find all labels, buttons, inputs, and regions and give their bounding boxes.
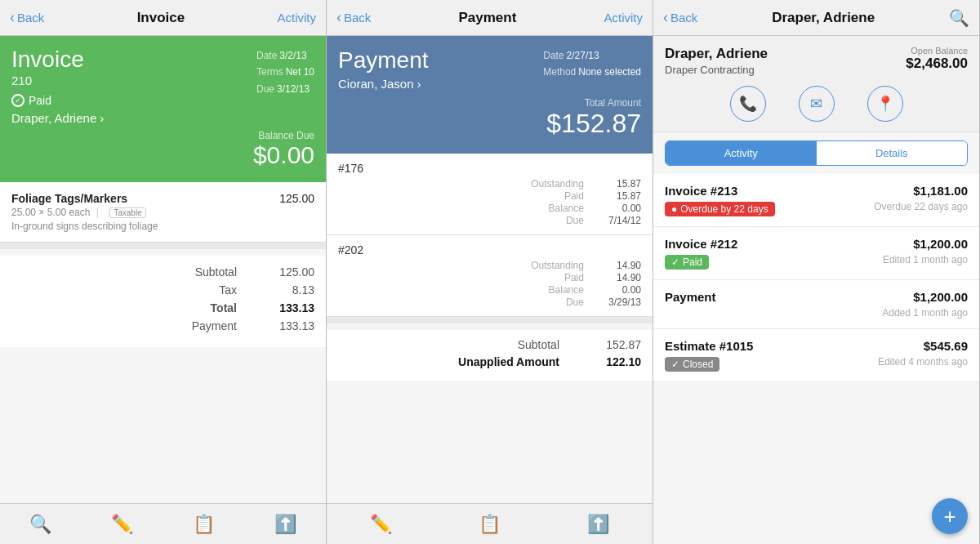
customer-nav: ‹ Back Draper, Adriene 🔍 xyxy=(653,0,979,36)
invoice-nav: ‹ Back Invoice Activity xyxy=(0,0,326,36)
payment-subtotals: Subtotal 152.87 Unapplied Amount 122.10 xyxy=(327,330,653,381)
outstanding-value-202: 14.90 xyxy=(608,260,641,271)
payment-activity-button[interactable]: Activity xyxy=(604,11,643,25)
estimate1015-date: Edited 4 months ago xyxy=(878,356,968,368)
invoice212-date: Edited 1 month ago xyxy=(883,254,968,265)
paid-label: Paid xyxy=(29,94,51,107)
search-tab-icon[interactable]: 🔍 xyxy=(29,514,51,535)
payment-panel: ‹ Back Payment Activity Payment Date2/27… xyxy=(327,0,653,544)
tax-value: 8.13 xyxy=(270,283,314,297)
payment-share-tab-icon[interactable]: ⬆️ xyxy=(587,514,609,535)
invoice-bottom-tabs: 🔍 ✏️ 📋 ⬆️ xyxy=(0,503,326,544)
invoice-title: Invoice xyxy=(137,10,185,26)
outstanding-value-176: 15.87 xyxy=(608,178,641,190)
paid-value-176: 15.87 xyxy=(608,190,641,202)
invoice-back-button[interactable]: ‹ Back xyxy=(10,11,44,25)
invoice-meta: Date3/2/13 TermsNet 10 Due3/12/13 xyxy=(256,47,314,97)
tab-details[interactable]: Details xyxy=(817,141,968,165)
customer-back-button[interactable]: ‹ Back xyxy=(663,11,697,25)
payment-date-label: Date xyxy=(543,50,564,61)
paid-label-202: Paid xyxy=(338,272,608,283)
payment-invoice-176: #176 Outstanding 15.87 Paid 15.87 Balanc… xyxy=(327,154,653,235)
paid-check-icon: ✓ xyxy=(11,94,24,107)
payment-back-label: Back xyxy=(344,11,371,25)
edit-tab-icon[interactable]: ✏️ xyxy=(111,514,133,535)
payment-back-button[interactable]: ‹ Back xyxy=(336,11,371,25)
line-item-desc: In-ground signs describing foliage xyxy=(11,221,158,232)
payment-row: Payment 133.13 xyxy=(11,319,314,332)
overdue-check-icon: ● xyxy=(671,203,677,215)
invoice212-amount: $1,200.00 xyxy=(883,237,968,251)
line-item-amount: 125.00 xyxy=(279,192,314,205)
invoice-header: Invoice 210 Date3/2/13 TermsNet 10 Due3/… xyxy=(0,36,326,182)
email-button[interactable]: ✉ xyxy=(799,86,835,122)
location-icon: 📍 xyxy=(876,95,894,113)
tax-row: Tax 8.13 xyxy=(11,283,314,297)
activity-item-payment[interactable]: Payment $1,200.00 Added 1 month ago xyxy=(653,280,979,329)
payment-total-amount: $152.87 xyxy=(338,109,641,139)
fab-plus-icon: + xyxy=(943,504,956,529)
payment-header: Payment Date2/27/13 MethodNone selected … xyxy=(327,36,653,154)
open-balance-amount: $2,468.00 xyxy=(906,56,968,72)
overdue-badge-text: Overdue by 22 days xyxy=(680,203,768,215)
total-row: Total 133.13 xyxy=(11,301,314,314)
payment-date-value: 2/27/13 xyxy=(567,50,599,61)
customer-name: Draper, Adriene xyxy=(11,111,96,125)
closed-badge: ✓ Closed xyxy=(665,357,719,372)
balance-value-202: 0.00 xyxy=(608,284,641,296)
subtotal-value: 125.00 xyxy=(270,265,314,279)
activity-item-invoice213[interactable]: Invoice #213 ● Overdue by 22 days $1,181… xyxy=(653,174,979,227)
email-icon: ✉ xyxy=(810,95,822,113)
payment-list-tab-icon[interactable]: 📋 xyxy=(479,514,501,535)
paid-label-176: Paid xyxy=(338,190,608,202)
invoice-totals: Subtotal 125.00 Tax 8.13 Total 133.13 Pa… xyxy=(0,256,326,347)
payment-total-label: Total Amount xyxy=(338,97,641,109)
customer-back-chevron-icon: ‹ xyxy=(663,10,668,25)
outstanding-label-202: Outstanding xyxy=(338,260,608,271)
customer-header: Draper, Adriene Draper Contracting Open … xyxy=(653,36,979,132)
payment-customer-name: Cioran, Jason xyxy=(338,77,414,91)
payment-edit-tab-icon[interactable]: ✏️ xyxy=(370,514,392,535)
terms-value: Net 10 xyxy=(286,66,314,78)
paid-check-icon-212: ✓ xyxy=(671,256,679,268)
customer-full-name: Draper, Adriene xyxy=(665,46,768,62)
due-label-202: Due xyxy=(338,297,608,308)
list-tab-icon[interactable]: 📋 xyxy=(193,514,215,535)
balance-label: Balance Due xyxy=(11,130,314,141)
tab-activity[interactable]: Activity xyxy=(666,141,817,165)
invoice212-title: Invoice #212 xyxy=(665,237,883,251)
payment-activity-date: Added 1 month ago xyxy=(882,307,968,319)
tax-label: Tax xyxy=(219,283,237,297)
total-value: 133.13 xyxy=(270,301,314,314)
due-label: Due xyxy=(256,83,274,95)
due-value-176: 7/14/12 xyxy=(608,215,641,226)
share-tab-icon[interactable]: ⬆️ xyxy=(274,514,296,535)
phone-icon: 📞 xyxy=(739,95,757,113)
customer-content: Draper, Adriene Draper Contracting Open … xyxy=(653,36,979,544)
activity-item-invoice212[interactable]: Invoice #212 ✓ Paid $1,200.00 Edited 1 m… xyxy=(653,227,979,280)
invoice213-amount: $1,181.00 xyxy=(874,184,968,198)
invoice-customer[interactable]: Draper, Adriene › xyxy=(11,111,314,125)
location-button[interactable]: 📍 xyxy=(867,86,903,122)
payment-meta: Date2/27/13 MethodNone selected xyxy=(543,47,641,81)
payment-subtotal-row: Subtotal 152.87 xyxy=(338,338,641,351)
payment-method-label: Method xyxy=(543,66,576,78)
customer-company: Draper Contracting xyxy=(665,64,768,76)
payment-nav-title: Payment xyxy=(458,10,516,26)
invoice-balance: Balance Due $0.00 xyxy=(11,130,314,169)
balance-value-176: 0.00 xyxy=(608,203,641,214)
search-nav-icon[interactable]: 🔍 xyxy=(949,8,969,28)
unapplied-value: 122.10 xyxy=(592,355,641,368)
paid-badge-212: ✓ Paid xyxy=(665,255,709,270)
fab-add-button[interactable]: + xyxy=(932,498,968,534)
total-label: Total xyxy=(211,301,237,314)
p-subtotal-label: Subtotal xyxy=(518,338,559,351)
due-value: 3/12/13 xyxy=(277,83,310,95)
unapplied-label: Unapplied Amount xyxy=(458,355,559,368)
activity-item-estimate1015[interactable]: Estimate #1015 ✓ Closed $545.69 Edited 4… xyxy=(653,329,979,382)
invoice213-date: Overdue 22 days ago xyxy=(874,201,968,212)
payment-invoice-202: #202 Outstanding 14.90 Paid 14.90 Balanc… xyxy=(327,235,653,317)
invoice-activity-button[interactable]: Activity xyxy=(277,11,316,25)
overdue-badge: ● Overdue by 22 days xyxy=(665,202,775,216)
phone-button[interactable]: 📞 xyxy=(730,86,766,122)
